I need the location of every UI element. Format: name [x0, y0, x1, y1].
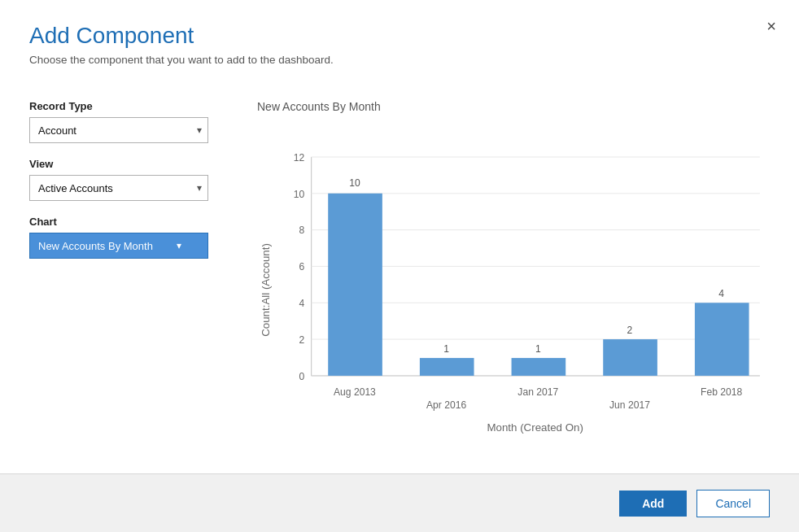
bar-chart: Count:All (Account) 0 2 4 6: [257, 120, 770, 460]
chart-title: New Accounts By Month: [257, 100, 770, 113]
svg-text:10: 10: [349, 177, 360, 189]
chart-select-value: New Accounts By Month: [38, 240, 153, 252]
view-select[interactable]: Active Accounts All Accounts My Accounts: [29, 175, 208, 201]
dialog-header: Add Component Choose the component that …: [0, 0, 799, 74]
add-component-dialog: Add Component Choose the component that …: [0, 0, 799, 532]
bar-jun2017: [603, 339, 657, 376]
svg-text:Jun 2017: Jun 2017: [609, 399, 650, 411]
record-type-label: Record Type: [29, 100, 225, 112]
add-button[interactable]: Add: [619, 491, 687, 517]
svg-text:6: 6: [299, 261, 304, 273]
svg-text:4: 4: [718, 288, 724, 299]
left-panel: Record Type Account Contact Lead Opportu…: [29, 94, 225, 460]
svg-text:Feb 2018: Feb 2018: [701, 386, 742, 398]
dialog-footer: Add Cancel: [0, 473, 799, 532]
svg-text:1: 1: [443, 343, 449, 355]
chart-container: Count:All (Account) 0 2 4 6: [257, 120, 770, 460]
view-label: View: [29, 158, 225, 170]
svg-text:Apr 2016: Apr 2016: [426, 399, 466, 411]
svg-text:0: 0: [299, 371, 304, 382]
dialog-subtitle: Choose the component that you want to ad…: [29, 54, 770, 66]
view-wrapper: Active Accounts All Accounts My Accounts…: [29, 175, 208, 201]
svg-text:Month (Created On): Month (Created On): [487, 421, 583, 434]
svg-text:Jan 2017: Jan 2017: [517, 386, 558, 398]
chart-chevron-icon: ▾: [177, 240, 181, 251]
chart-select-button[interactable]: New Accounts By Month ▾: [29, 233, 208, 259]
svg-text:4: 4: [299, 298, 304, 309]
svg-text:Count:All (Account): Count:All (Account): [260, 243, 272, 337]
svg-text:1: 1: [535, 343, 541, 355]
bar-feb2018: [695, 303, 749, 376]
dialog-body: Record Type Account Contact Lead Opportu…: [0, 74, 799, 473]
svg-text:2: 2: [627, 325, 633, 336]
bar-jan2017: [512, 358, 566, 376]
dialog-title: Add Component: [29, 23, 770, 49]
record-type-select[interactable]: Account Contact Lead Opportunity: [29, 117, 208, 143]
close-button[interactable]: ×: [766, 18, 776, 34]
cancel-button[interactable]: Cancel: [696, 490, 770, 517]
svg-text:8: 8: [299, 225, 304, 236]
record-type-wrapper: Account Contact Lead Opportunity ▾: [29, 117, 208, 143]
svg-text:12: 12: [294, 152, 305, 164]
right-panel: New Accounts By Month Count:All (Account…: [257, 94, 770, 460]
svg-text:2: 2: [299, 334, 304, 346]
svg-text:10: 10: [294, 189, 305, 200]
svg-text:Aug 2013: Aug 2013: [334, 386, 376, 398]
chart-label: Chart: [29, 216, 225, 228]
chart-select-wrapper: New Accounts By Month ▾: [29, 233, 208, 259]
bar-apr2016: [420, 358, 474, 376]
bar-aug2013: [328, 194, 382, 376]
